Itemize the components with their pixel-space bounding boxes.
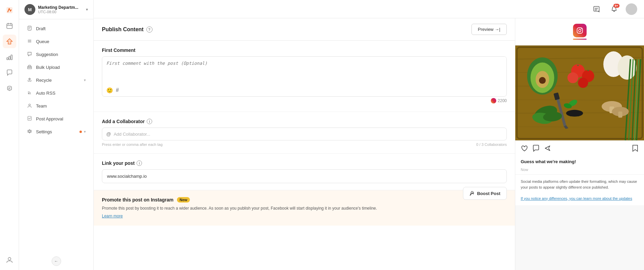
preview-content: Guess what we're making! Now Social medi…: [515, 45, 644, 270]
sidebar: M Marketing Departm... UTC-08:00 ▾ Draft…: [19, 0, 94, 270]
sidebar-item-queue[interactable]: Queue: [21, 35, 91, 48]
settings-chevron-icon: ▾: [84, 130, 86, 134]
bulk-upload-icon: [26, 64, 33, 70]
collab-hint-text: Press enter or comma after each tag: [102, 142, 163, 147]
link-post-label: Link your post i: [102, 160, 507, 166]
svg-rect-57: [618, 112, 622, 118]
editor-body: First Comment 🙂 # 2200: [94, 41, 515, 270]
sidebar-dropdown-icon[interactable]: ▾: [86, 7, 88, 12]
promote-header: Promote this post on Instagram New: [102, 197, 458, 203]
svg-rect-7: [11, 55, 12, 60]
svg-rect-18: [28, 68, 32, 69]
logo-icon[interactable]: [3, 3, 16, 17]
collaborator-input[interactable]: [114, 132, 502, 137]
notification-badge: 9+: [613, 4, 620, 8]
sidebar-collapse-button[interactable]: ←: [52, 256, 61, 266]
like-icon[interactable]: [521, 144, 528, 154]
collaborator-section: Add a Collaborator i @ Press enter or co…: [94, 112, 515, 154]
svg-point-19: [28, 93, 29, 94]
preview-notice-link[interactable]: If you notice any differences, you can l…: [521, 196, 632, 200]
org-name: Marketing Departm...: [38, 5, 83, 10]
learn-more-link[interactable]: Learn more: [102, 214, 123, 218]
promote-row: Promote this post on Instagram New Promo…: [102, 197, 507, 219]
editor-title: Publish Content ?: [102, 26, 153, 33]
analytics-icon[interactable]: [3, 50, 16, 64]
svg-rect-23: [594, 6, 599, 11]
collaborator-help-icon[interactable]: i: [147, 119, 152, 124]
instagram-char-icon: [491, 98, 496, 103]
sidebar-item-recycle[interactable]: Recycle ▾: [21, 74, 91, 86]
topbar: 9+: [94, 0, 644, 18]
settings-label: Settings: [36, 129, 52, 134]
bottom-user-icon[interactable]: [3, 253, 16, 267]
sidebar-item-auto-rss[interactable]: Auto RSS: [21, 87, 91, 99]
emoji-icon[interactable]: 🙂: [106, 87, 113, 94]
svg-point-30: [581, 28, 582, 29]
boost-label: Boost Post: [477, 191, 500, 196]
post-approval-icon: [26, 116, 33, 122]
preview-label: Preview →|: [478, 27, 500, 32]
svg-point-27: [472, 193, 473, 194]
messages-icon[interactable]: [3, 66, 16, 79]
main-content: 9+ Publish Content ? Preview →| First Co…: [94, 0, 644, 270]
calendar-icon[interactable]: [3, 19, 16, 33]
user-avatar[interactable]: [626, 3, 637, 15]
recycle-label: Recycle: [36, 78, 52, 83]
sidebar-item-post-approval[interactable]: Post Approval: [21, 113, 91, 125]
preview-button[interactable]: Preview →|: [471, 24, 507, 35]
comment-icon[interactable]: [532, 144, 540, 154]
notification-icon[interactable]: 9+: [608, 3, 620, 15]
bookmark-icon[interactable]: [632, 144, 639, 154]
org-timezone: UTC-08:00: [38, 10, 83, 14]
promote-text: Promote this post by boosting it to reac…: [102, 205, 458, 211]
svg-rect-21: [28, 116, 31, 120]
svg-rect-11: [28, 26, 31, 30]
compose-icon[interactable]: [590, 3, 603, 15]
comment-toolbar: 🙂 #: [102, 85, 506, 96]
hashtag-icon[interactable]: #: [116, 87, 119, 94]
org-info: Marketing Departm... UTC-08:00: [38, 5, 83, 14]
preview-notice-text: Social media platforms often update thei…: [521, 179, 637, 189]
first-comment-label: First Comment: [102, 47, 507, 53]
svg-rect-17: [28, 66, 32, 68]
sidebar-item-suggestion[interactable]: Suggestion: [21, 48, 91, 61]
sidebar-item-settings[interactable]: Settings ▾: [21, 126, 91, 138]
sidebar-header[interactable]: M Marketing Departm... UTC-08:00 ▾: [19, 0, 93, 19]
char-count: 2200: [102, 97, 507, 105]
editor-help-icon[interactable]: ?: [146, 26, 153, 33]
listening-icon[interactable]: [3, 81, 16, 95]
sidebar-item-draft[interactable]: Draft: [21, 22, 91, 35]
boost-icon: [469, 191, 475, 196]
boost-post-button[interactable]: Boost Post: [463, 187, 507, 200]
settings-icon: [26, 129, 33, 135]
svg-point-42: [539, 77, 546, 84]
preview-action-icons: [521, 144, 551, 154]
publish-nav-icon[interactable]: [3, 35, 16, 48]
link-help-icon[interactable]: i: [137, 160, 142, 166]
first-comment-container: 🙂 #: [102, 56, 507, 97]
auto-rss-label: Auto RSS: [36, 91, 55, 96]
svg-point-48: [618, 55, 637, 80]
collaborator-input-wrap: @: [102, 128, 507, 140]
svg-point-58: [566, 110, 583, 117]
recycle-icon: [26, 77, 33, 83]
sidebar-item-team[interactable]: Team: [21, 100, 91, 112]
preview-panel: Guess what we're making! Now Social medi…: [515, 18, 644, 270]
sidebar-nav: Draft Queue Suggestion Bulk Upload: [19, 19, 93, 256]
svg-rect-6: [9, 56, 10, 60]
queue-icon: [26, 39, 33, 44]
first-comment-section: First Comment 🙂 # 2200: [94, 41, 515, 112]
bulk-upload-label: Bulk Upload: [36, 65, 60, 70]
share-icon[interactable]: [544, 144, 551, 154]
instagram-platform-icon[interactable]: [573, 24, 587, 37]
collab-count: 0 / 3 Collaborators: [476, 142, 507, 147]
recycle-chevron-icon: ▾: [84, 78, 86, 82]
team-label: Team: [36, 103, 47, 109]
sidebar-item-bulk-upload[interactable]: Bulk Upload: [21, 61, 91, 74]
content-area: Publish Content ? Preview →| First Comme…: [94, 18, 644, 270]
first-comment-input[interactable]: [102, 57, 506, 84]
char-count-value: 2200: [498, 98, 507, 103]
link-post-input[interactable]: [102, 169, 507, 183]
new-badge: New: [177, 197, 190, 203]
team-icon: [26, 103, 33, 109]
